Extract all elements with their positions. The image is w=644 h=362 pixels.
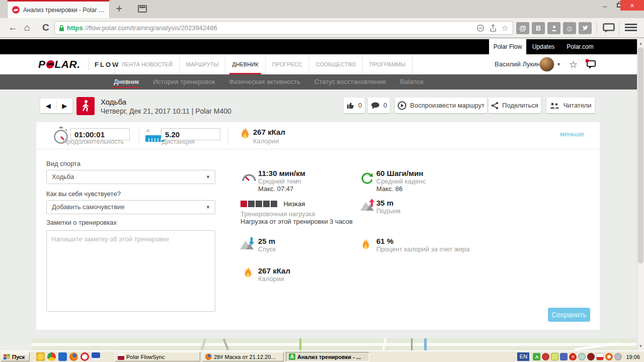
less-link[interactable]: меньше [560, 130, 584, 138]
scroll-down-icon[interactable]: ▼ [637, 343, 644, 349]
quicklaunch-icon-floppy[interactable] [92, 352, 100, 361]
load-segment [271, 201, 277, 207]
new-tab-button[interactable]: + [116, 2, 122, 15]
vk-share-icon[interactable]: B [532, 22, 545, 34]
comment-button[interactable]: 0 [368, 98, 390, 113]
main-nav: ЛЕНТА НОВОСТЕЙ МАРШРУТЫ ДНЕВНИК ПРОГРЕСС… [115, 54, 413, 74]
readers-button[interactable]: Читатели [546, 98, 595, 113]
notifications-icon[interactable] [585, 59, 597, 69]
tray-icon-8[interactable] [596, 353, 604, 360]
feeling-select[interactable]: Добавить самочувствие ▼ [46, 200, 215, 214]
moimir-share-icon[interactable]: ☺ [563, 22, 576, 34]
quicklaunch-icon-3[interactable] [58, 352, 67, 361]
tray-icon-9[interactable] [605, 353, 613, 360]
topbar-tab-polar-flow[interactable]: Polar Flow [489, 39, 526, 54]
nav-item-feed[interactable]: ЛЕНТА НОВОСТЕЙ [115, 54, 180, 74]
cadence-value: 60 Шаги/мин [376, 169, 426, 177]
nav-item-routes[interactable]: МАРШРУТЫ [180, 54, 225, 74]
chevron-down-icon[interactable]: ▾ [557, 61, 560, 67]
start-button[interactable]: Пуск [1, 352, 30, 361]
tray-amigo-icon[interactable]: A [533, 353, 540, 360]
window-minimize-button[interactable]: – [603, 2, 607, 10]
taskbar-window-label: Polar FlowSync [126, 354, 165, 360]
address-bar[interactable]: https ://flow.polar.com/training/analysi… [54, 21, 513, 35]
user-menu[interactable]: Василий Лукин [495, 60, 540, 68]
tray-security-shield-icon[interactable]: ✕ [569, 353, 577, 360]
tray-icon-7[interactable] [587, 353, 595, 360]
topbar-tab-polar-com[interactable]: Polar.com [560, 39, 600, 54]
reload-icon[interactable]: C [42, 22, 49, 33]
save-button[interactable]: Сохранить [548, 308, 590, 322]
language-indicator[interactable]: EN [517, 352, 529, 361]
chat-bubble-icon[interactable] [603, 23, 615, 33]
subnav-item-training-history[interactable]: История тренировок [146, 74, 222, 89]
blocked-content-icon[interactable] [476, 24, 485, 32]
firefox-icon [205, 353, 212, 360]
window-close-button[interactable]: × [620, 0, 644, 11]
sport-type-select[interactable]: Ходьба ▼ [46, 170, 215, 184]
card-divider [36, 149, 600, 149]
comment-count: 0 [383, 102, 387, 109]
taskbar-window-firefox-doc[interactable]: 28# Маска от 21.12.20... [202, 352, 284, 361]
quicklaunch-icon-opera[interactable] [80, 352, 89, 361]
taskbar-window-training-analysis[interactable]: A Анализ тренировки - ... [286, 352, 369, 361]
ok-share-icon[interactable] [547, 22, 560, 34]
calories-summary-label: Калории [253, 137, 279, 145]
subnav-item-recovery-status[interactable]: Статус восстановления [307, 74, 393, 89]
share-page-icon[interactable] [490, 24, 497, 32]
tray-icon-6[interactable] [578, 353, 586, 360]
browser-tab[interactable]: Анализ тренировки - Polar Flow [7, 0, 110, 18]
quicklaunch-icon-chrome[interactable] [47, 352, 56, 361]
logo-text: P [38, 58, 46, 70]
share-button[interactable]: Поделиться [489, 98, 541, 113]
load-label: Тренировочная нагрузка [240, 210, 366, 218]
like-button[interactable]: 0 [344, 98, 365, 113]
header-divider [89, 58, 89, 70]
nav-item-programs[interactable]: ПРОГРАММЫ [363, 54, 413, 74]
mailru-share-icon[interactable]: @ [516, 22, 529, 34]
prev-session-button[interactable]: ◀ [40, 99, 56, 113]
notes-textarea[interactable] [46, 230, 215, 312]
quicklaunch-icon-firefox[interactable] [69, 352, 78, 361]
scroll-up-icon[interactable]: ▲ [637, 40, 644, 47]
replay-route-button[interactable]: Воспроизвести маршрут [395, 98, 487, 113]
subnav-item-diary[interactable]: Дневник [107, 74, 146, 89]
menu-icon[interactable] [625, 24, 637, 32]
topbar-tab-updates[interactable]: Updates [526, 39, 560, 54]
page-scrollbar[interactable]: ▲ ▼ [637, 39, 644, 350]
subnav-item-balance[interactable]: Balance [393, 74, 431, 89]
nav-item-progress[interactable]: ПРОГРЕСС [266, 54, 309, 74]
nav-item-diary[interactable]: ДНЕВНИК [225, 54, 265, 74]
diary-subnav: Дневник История тренировок Физическая ак… [0, 74, 644, 89]
tray-icon-4[interactable] [560, 353, 568, 360]
map-preview[interactable] [31, 338, 636, 350]
session-pager: ◀ ▶ [40, 99, 72, 113]
subnav-item-activity[interactable]: Физическая активность [222, 74, 307, 89]
tray-icon-2[interactable] [542, 353, 549, 360]
bookmark-star-icon[interactable]: ☆ [502, 24, 509, 32]
twitter-share-icon[interactable] [579, 22, 592, 34]
taskbar-clock[interactable]: 19:06 [626, 354, 640, 360]
training-load-bar [240, 199, 280, 208]
fat-burn-flame-icon [361, 238, 370, 251]
next-session-button[interactable]: ▶ [57, 99, 73, 113]
url-scheme: https [67, 24, 83, 32]
feeling-value: Добавить самочувствие [52, 203, 125, 211]
polar-logo[interactable]: PLAR. [38, 58, 80, 70]
tray-volume-icon[interactable] [614, 353, 622, 360]
quicklaunch-icon-1[interactable] [36, 352, 45, 361]
home-icon[interactable]: ⌂ [24, 22, 30, 33]
training-load-stat: Низкая Тренировочная нагрузка Нагрузка о… [240, 199, 366, 225]
tab-list-icon[interactable] [138, 5, 147, 13]
calories-flame-icon [244, 266, 253, 280]
favorites-star-icon[interactable]: ☆ [569, 59, 578, 70]
nav-item-community[interactable]: СООБЩЕСТВО [309, 54, 363, 74]
back-icon[interactable]: ← [8, 22, 18, 33]
scrollbar-thumb[interactable] [638, 47, 643, 263]
chevron-down-icon: ▼ [206, 201, 210, 214]
taskbar-window-flowsync[interactable]: Polar FlowSync [115, 352, 200, 361]
taskbar-window-label: Анализ тренировки - ... [297, 354, 361, 360]
tray-icon-3[interactable] [551, 353, 558, 360]
avatar[interactable] [539, 57, 554, 72]
sport-type-value: Ходьба [52, 173, 74, 180]
